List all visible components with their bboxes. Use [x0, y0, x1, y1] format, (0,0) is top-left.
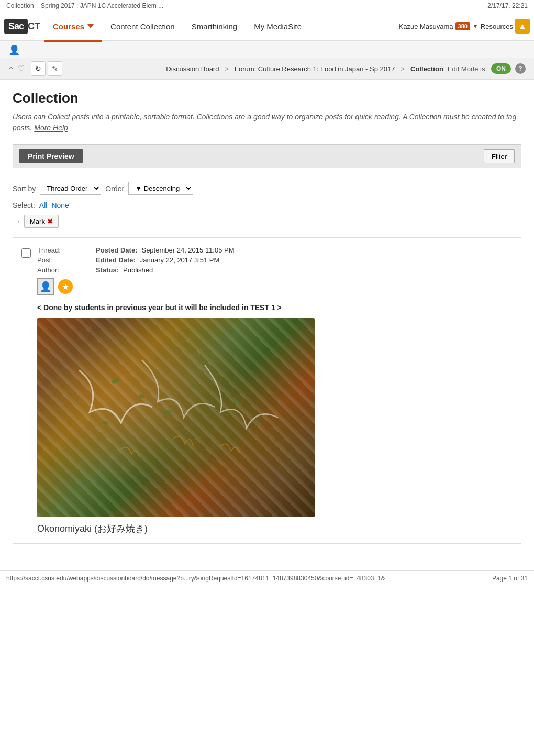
- mark-button[interactable]: Mark ✖: [24, 215, 59, 228]
- page-title: Collection: [13, 90, 521, 106]
- home-icon[interactable]: ⌂: [8, 64, 14, 73]
- post-header: Thread: Post: Author: 👤 ★ Posted Date: S…: [21, 246, 513, 295]
- post-body-text: < Done by students in previous year but …: [37, 303, 513, 312]
- sort-area: Sort by Thread Order Order ▼ Descending: [13, 177, 521, 198]
- thread-label: Thread:: [37, 246, 79, 254]
- courses-dropdown-icon: [87, 24, 94, 28]
- select-all-link[interactable]: All: [39, 201, 48, 210]
- svg-point-2: [191, 384, 198, 388]
- breadcrumb-bar: ⌂ ♡ ↻ ✎ Discussion Board > Forum: Cultur…: [0, 58, 534, 80]
- svg-point-1: [138, 395, 145, 399]
- print-preview-button[interactable]: Print Preview: [19, 149, 83, 163]
- footer-url: https://sacct.csus.edu/webapps/discussio…: [6, 575, 385, 582]
- logo[interactable]: Sac CT: [4, 19, 40, 34]
- food-caption: Okonomiyaki (お好み焼き): [37, 522, 513, 535]
- edit-mode-toggle[interactable]: ON: [491, 63, 511, 74]
- edited-date-value: January 22, 2017 3:51 PM: [140, 256, 220, 264]
- nav-help-icon[interactable]: ▲: [515, 19, 530, 34]
- svg-point-3: [232, 399, 239, 405]
- order-select[interactable]: ▼ Descending: [128, 182, 193, 195]
- edit-mode-label: Edit Mode is:: [448, 65, 487, 73]
- star-icon[interactable]: ★: [58, 279, 73, 294]
- logo-box: Sac: [4, 19, 28, 34]
- author-avatar: 👤: [37, 278, 54, 295]
- mark-x-icon: ✖: [47, 217, 53, 225]
- user-name: Kazue Masuyama: [399, 23, 453, 30]
- page-footer: https://sacct.csus.edu/webapps/discussio…: [0, 570, 534, 586]
- select-area: Select: All None: [13, 198, 521, 213]
- order-label: Order: [105, 184, 124, 193]
- resources-label[interactable]: Resources: [481, 23, 513, 30]
- filter-button[interactable]: Filter: [484, 149, 515, 163]
- posted-date-label: Posted Date:: [96, 246, 137, 254]
- post-dates: Posted Date: September 24, 2015 11:05 PM…: [96, 246, 235, 274]
- select-none-link[interactable]: None: [51, 201, 69, 210]
- favorite-icon[interactable]: ♡: [18, 64, 25, 73]
- navbar: Sac CT Courses Content Collection Smarth…: [0, 12, 534, 41]
- post-container: Thread: Post: Author: 👤 ★ Posted Date: S…: [13, 237, 521, 544]
- select-label: Select:: [13, 201, 35, 210]
- food-image: [37, 318, 315, 517]
- post-icons: 👤 ★: [37, 278, 79, 295]
- breadcrumb-discussion-board[interactable]: Discussion Board: [166, 65, 219, 73]
- mark-area: → Mark ✖: [13, 213, 521, 233]
- edit-bar: 👤: [0, 41, 534, 58]
- nav-dropdown-arrow[interactable]: ▼: [472, 23, 479, 30]
- mark-label: Mark: [30, 217, 45, 225]
- collection-toolbar: Print Preview Filter: [13, 144, 521, 168]
- edit-icon[interactable]: ✎: [48, 61, 62, 76]
- author-label: Author:: [37, 266, 79, 274]
- edited-date-label: Edited Date:: [96, 256, 136, 264]
- post-label: Post:: [37, 256, 79, 264]
- status-value: Published: [123, 266, 153, 274]
- svg-point-5: [163, 409, 173, 415]
- post-body: < Done by students in previous year but …: [21, 303, 513, 535]
- breadcrumb-current: Collection: [410, 65, 443, 73]
- svg-point-4: [102, 421, 109, 424]
- posted-date-value: September 24, 2015 11:05 PM: [141, 246, 234, 254]
- svg-point-6: [254, 421, 261, 425]
- nav-item-courses[interactable]: Courses: [44, 12, 102, 41]
- top-bar: Collection – Spring 2017 : JAPN 1C Accel…: [0, 0, 534, 12]
- post-meta: Thread: Post: Author: 👤 ★ Posted Date: S…: [37, 246, 513, 295]
- help-icon[interactable]: ?: [515, 63, 526, 74]
- main-content: Collection Users can Collect posts into …: [0, 80, 534, 554]
- breadcrumb-forum[interactable]: Forum: Culture Research 1: Food in Japan…: [235, 65, 395, 73]
- arrow-icon: →: [13, 217, 21, 226]
- nav-item-my-mediasite[interactable]: My MediaSite: [246, 12, 310, 41]
- tab-title: Collection – Spring 2017 : JAPN 1C Accel…: [6, 2, 163, 9]
- footer-page-info: Page 1 of 31: [492, 575, 528, 582]
- post-checkbox[interactable]: [21, 248, 31, 258]
- nav-right: Kazue Masuyama 380 ▼ Resources ▲: [399, 19, 530, 34]
- logo-text: CT: [28, 21, 40, 32]
- svg-point-0: [111, 378, 120, 385]
- page-description: Users can Collect posts into a printable…: [13, 112, 521, 134]
- sort-by-select[interactable]: Thread Order: [40, 182, 101, 195]
- nav-item-content-collection[interactable]: Content Collection: [102, 12, 183, 41]
- sort-by-label: Sort by: [13, 184, 36, 193]
- more-help-link[interactable]: More Help: [34, 124, 68, 132]
- nav-item-smarthinking[interactable]: Smarthinking: [183, 12, 246, 41]
- status-label: Status:: [96, 266, 119, 274]
- person-icon: 👤: [8, 44, 20, 56]
- post-meta-row: Thread: Post: Author: 👤 ★ Posted Date: S…: [37, 246, 513, 295]
- nav-badge: 380: [455, 22, 470, 30]
- post-labels: Thread: Post: Author: 👤 ★: [37, 246, 79, 295]
- refresh-icon[interactable]: ↻: [31, 61, 46, 76]
- datetime: 2/17/17, 22:21: [487, 2, 528, 9]
